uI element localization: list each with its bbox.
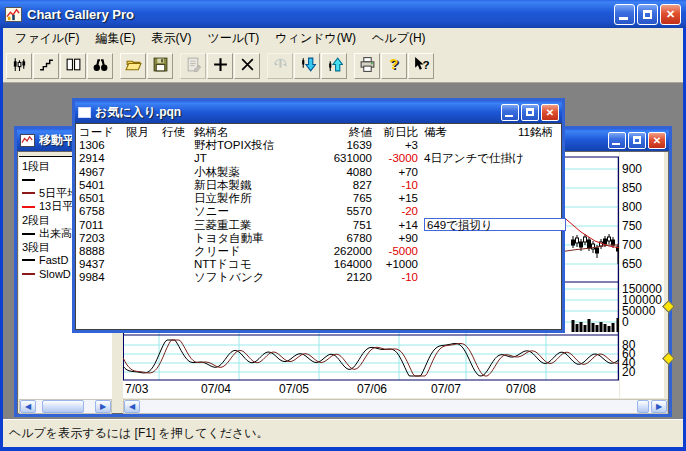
cell-code: 4967 <box>76 166 126 179</box>
scroll-right-button[interactable]: ▶ <box>651 400 667 413</box>
move-down-icon <box>299 56 316 76</box>
transfer-data-button[interactable] <box>267 53 293 79</box>
favorites-row[interactable]: 8888クリード262000-5000 <box>76 245 561 258</box>
properties-button[interactable] <box>180 53 206 79</box>
cell-name: JT <box>194 152 314 165</box>
menu-item-0[interactable]: ファイル(F) <box>7 28 87 49</box>
scrollbar-thumb[interactable] <box>637 400 649 413</box>
axis-tick-label: 800 <box>622 200 642 214</box>
steps-button[interactable] <box>33 53 59 79</box>
menu-item-1[interactable]: 編集(E) <box>87 28 143 49</box>
document-icon <box>78 107 91 118</box>
tile-windows-button[interactable] <box>60 53 86 79</box>
cell-close: 4080 <box>314 166 372 179</box>
favorites-close-button[interactable]: ✕ <box>541 104 559 121</box>
note-edit-box[interactable]: 649で損切り <box>424 218 566 231</box>
cell-code: 9437 <box>76 258 126 271</box>
header-name: 銘柄名 <box>194 126 314 139</box>
favorites-row[interactable]: 4967小林製薬4080+70 <box>76 166 561 179</box>
cell-name: 新日本製鐵 <box>194 179 314 192</box>
favorites-row[interactable]: 7011三菱重工業751+14649で損切り <box>76 218 561 231</box>
scroll-left-button[interactable]: ◀ <box>20 400 36 413</box>
tile-windows-icon <box>65 56 82 76</box>
close-icon: ✕ <box>653 135 661 146</box>
delete-item-button[interactable] <box>234 53 260 79</box>
favorites-maximize-button[interactable] <box>521 104 539 121</box>
chart-minimize-button[interactable] <box>608 132 626 149</box>
maximize-button[interactable] <box>637 4 658 25</box>
help-button[interactable]: ?? <box>381 53 407 79</box>
favorites-minimize-button[interactable] <box>501 104 519 121</box>
cell-code: 6758 <box>76 205 126 218</box>
help-icon: ?? <box>386 56 403 76</box>
favorites-title: お気に入り.pqn <box>95 104 499 121</box>
scrollbar-track[interactable] <box>36 400 95 413</box>
pane-splitter-diamond[interactable] <box>662 352 675 365</box>
cell-close: 6780 <box>314 232 372 245</box>
add-item-button[interactable] <box>207 53 233 79</box>
header-change: 前日比 <box>372 126 418 139</box>
pane-splitter-diamond[interactable] <box>662 300 675 313</box>
header-note: 備考11銘柄 <box>422 126 561 139</box>
close-icon: ✕ <box>546 107 554 118</box>
add-item-icon <box>212 56 229 76</box>
save-file-button[interactable] <box>147 53 173 79</box>
cell-code: 9984 <box>76 271 126 284</box>
cell-close: 631000 <box>314 152 372 165</box>
axis-tick-label: 650 <box>622 257 642 271</box>
menu-item-4[interactable]: ウィンドウ(W) <box>267 28 364 49</box>
chart-hscrollbar[interactable]: ◀ ▶ <box>123 399 668 414</box>
header-close: 終値 <box>314 126 372 139</box>
move-up-button[interactable] <box>321 53 347 79</box>
menu-item-5[interactable]: ヘルプ(H) <box>364 28 434 49</box>
legend-hscrollbar[interactable]: ◀ ▶ <box>19 399 112 414</box>
move-down-button[interactable] <box>294 53 320 79</box>
favorites-content: コード 限月 行使 銘柄名 終値 前日比 備考11銘柄 1306野村TOPIX投… <box>75 123 562 330</box>
scrollbar-thumb[interactable] <box>42 400 84 413</box>
chart-close-button[interactable]: ✕ <box>648 132 666 149</box>
favorites-row[interactable]: 2914JT631000-30004日アンチで仕掛け <box>76 152 561 165</box>
favorites-row[interactable]: 6758ソニー5570-20 <box>76 205 561 218</box>
favorites-row[interactable]: 9437NTTドコモ164000+1000 <box>76 258 561 271</box>
favorites-row[interactable]: 7203トヨタ自動車6780+90 <box>76 232 561 245</box>
cell-change: +90 <box>372 232 418 245</box>
move-up-icon <box>326 56 343 76</box>
scroll-right-button[interactable]: ▶ <box>95 400 111 413</box>
menu-item-3[interactable]: ツール(T) <box>199 28 267 49</box>
favorites-row[interactable]: 9984ソフトバンク2120-10 <box>76 271 561 284</box>
axis-tick-label: 750 <box>622 219 642 233</box>
open-file-button[interactable] <box>120 53 146 79</box>
minimize-button[interactable] <box>614 4 635 25</box>
print-button[interactable] <box>354 53 380 79</box>
cell-name: 日立製作所 <box>194 192 314 205</box>
scrollbar-track[interactable] <box>140 400 651 413</box>
legend-label: FastD <box>39 254 68 266</box>
favorites-row[interactable]: 1306野村TOPIX投信1639+3 <box>76 139 561 152</box>
favorites-row[interactable]: 6501日立製作所765+15 <box>76 192 561 205</box>
maximize-icon <box>526 108 534 116</box>
properties-icon <box>185 56 202 76</box>
cell-note: 649で損切り <box>422 218 566 232</box>
favorites-titlebar[interactable]: お気に入り.pqn ✕ <box>75 101 562 123</box>
cell-name: 野村TOPIX投信 <box>194 139 314 152</box>
header-code: コード <box>76 126 126 139</box>
search-binoculars-button[interactable] <box>87 53 113 79</box>
context-help-button[interactable]: ? <box>408 53 434 79</box>
status-bar: ヘルプを表示するには [F1] を押してください。 <box>3 419 683 447</box>
cell-close: 751 <box>314 219 372 232</box>
cell-close: 2120 <box>314 271 372 284</box>
scroll-left-button[interactable]: ◀ <box>124 400 140 413</box>
chart-maximize-button[interactable] <box>628 132 646 149</box>
close-button[interactable]: ✕ <box>660 4 681 25</box>
open-file-icon <box>125 56 142 76</box>
legend-label: 3段目 <box>22 240 50 255</box>
axis-tick-label: 850 <box>622 181 642 195</box>
menu-item-2[interactable]: 表示(V) <box>143 28 199 49</box>
legend-line-swatch <box>22 259 35 261</box>
cell-close: 262000 <box>314 245 372 258</box>
cell-change: +3 <box>372 139 418 152</box>
favorites-row[interactable]: 5401新日本製鐵827-10 <box>76 179 561 192</box>
chart-axis-labels: 9008508007507006501500001000005000008060… <box>620 152 664 398</box>
minimize-icon <box>619 17 628 20</box>
candle-chart-button[interactable] <box>6 53 32 79</box>
